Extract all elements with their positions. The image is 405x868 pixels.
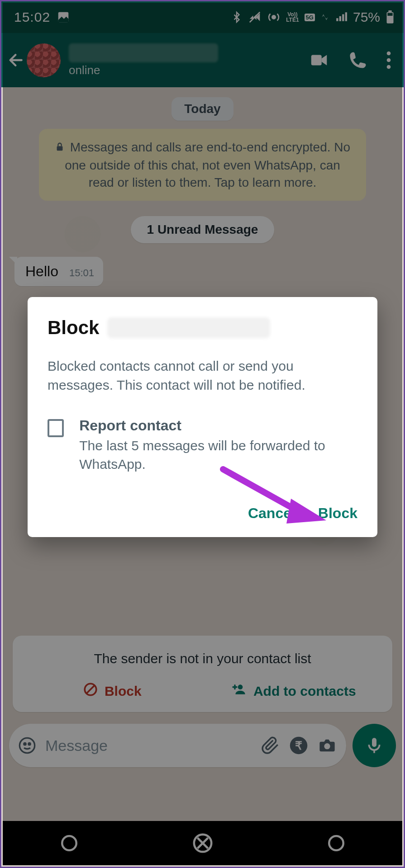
add-to-contacts-button[interactable]: Add to contacts <box>203 682 384 700</box>
block-sender-label: Block <box>105 684 142 699</box>
lock-icon <box>55 140 65 157</box>
bluetooth-icon <box>231 10 243 24</box>
svg-text:₹: ₹ <box>295 740 302 752</box>
svg-point-2 <box>272 15 276 19</box>
battery-icon <box>386 10 395 24</box>
dialog-block-button[interactable]: Block <box>318 505 357 522</box>
svg-point-15 <box>24 743 26 745</box>
nav-recents-button[interactable] <box>60 834 79 853</box>
dialog-description: Blocked contacts cannot call or send you… <box>48 357 357 395</box>
svg-point-22 <box>62 836 76 850</box>
status-right-cluster: Vo))LTE1 5G 75% <box>231 9 395 25</box>
contact-status: online <box>69 63 309 77</box>
voice-message-button[interactable] <box>353 724 396 767</box>
signal-icon <box>335 11 348 23</box>
hotspot-icon <box>267 10 281 24</box>
svg-point-19 <box>324 743 330 749</box>
svg-rect-4 <box>388 10 392 12</box>
nav-home-button[interactable] <box>192 833 213 854</box>
gallery-notification-icon <box>57 10 70 24</box>
svg-rect-6 <box>311 55 322 66</box>
block-icon <box>83 682 98 700</box>
android-nav-bar <box>3 821 402 865</box>
unknown-sender-text: The sender is not in your contact list <box>22 651 383 666</box>
unread-separator: 1 Unread Message <box>131 216 275 243</box>
contact-avatar[interactable] <box>27 43 61 77</box>
block-sender-button[interactable]: Block <box>22 682 203 700</box>
add-to-contacts-label: Add to contacts <box>253 684 356 699</box>
camera-icon[interactable] <box>317 736 337 755</box>
data-arrows-icon <box>320 11 329 23</box>
network-5g-icon: 5G <box>305 14 315 21</box>
svg-point-13 <box>238 684 243 689</box>
svg-point-16 <box>29 743 30 745</box>
dialog-cancel-button[interactable]: Cancel <box>248 505 295 522</box>
incoming-message[interactable]: Hello 15:01 <box>14 257 103 286</box>
payment-icon[interactable]: ₹ <box>289 736 308 755</box>
message-time: 15:01 <box>69 267 94 279</box>
block-contact-dialog: Block Blocked contacts cannot call or se… <box>28 297 377 537</box>
svg-line-12 <box>86 686 94 693</box>
message-input-placeholder: Message <box>45 737 252 755</box>
message-text: Hello <box>25 263 58 280</box>
vibrate-icon <box>248 10 262 24</box>
android-status-bar: 15:02 Vo))LTE1 5G 75% <box>1 1 404 33</box>
report-contact-checkbox[interactable] <box>48 419 64 437</box>
battery-percent: 75% <box>353 9 380 25</box>
unknown-sender-card: The sender is not in your contact list B… <box>13 636 392 712</box>
svg-point-14 <box>19 738 34 753</box>
report-contact-sub: The last 5 messages will be forwarded to… <box>79 437 357 473</box>
date-separator: Today <box>172 97 233 121</box>
attach-icon[interactable] <box>261 736 280 755</box>
chat-header: online <box>1 33 404 87</box>
dialog-title: Block <box>48 317 99 339</box>
svg-rect-5 <box>387 13 392 16</box>
voice-call-button[interactable] <box>348 51 367 70</box>
composer-row: Message ₹ <box>9 724 396 767</box>
svg-point-7 <box>387 52 391 56</box>
contact-info[interactable]: online <box>69 43 309 77</box>
dialog-contact-name-redacted <box>107 317 270 338</box>
message-input-container[interactable]: Message ₹ <box>9 724 346 767</box>
svg-rect-20 <box>372 738 376 747</box>
report-contact-label: Report contact <box>79 417 357 434</box>
back-button[interactable] <box>6 50 27 71</box>
add-contact-icon <box>230 682 247 700</box>
contact-name-redacted <box>69 43 218 62</box>
emoji-icon[interactable] <box>18 736 36 755</box>
encryption-notice[interactable]: Messages and calls are end-to-end encryp… <box>39 129 366 201</box>
svg-point-8 <box>387 58 391 62</box>
svg-point-26 <box>329 836 343 850</box>
video-call-button[interactable] <box>309 50 329 71</box>
svg-point-9 <box>387 65 391 69</box>
more-options-button[interactable] <box>386 51 391 69</box>
volte-icon: Vo))LTE1 <box>286 12 299 23</box>
encryption-notice-text: Messages and calls are end-to-end encryp… <box>65 140 350 189</box>
nav-back-button[interactable] <box>327 834 346 853</box>
svg-rect-10 <box>57 146 62 151</box>
status-time: 15:02 <box>14 9 50 25</box>
